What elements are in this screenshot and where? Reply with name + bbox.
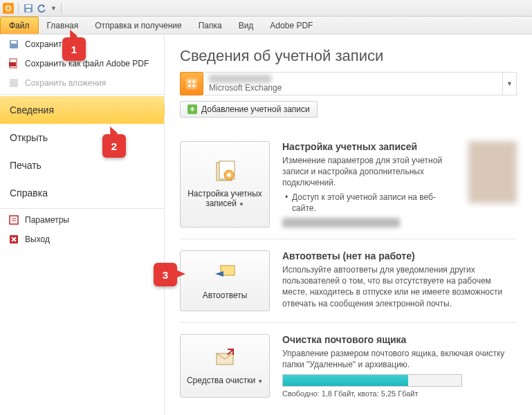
user-avatar: [468, 141, 517, 203]
svg-rect-3: [26, 5, 31, 8]
sidebar-print[interactable]: Печать: [0, 151, 164, 179]
svg-rect-10: [10, 216, 18, 224]
svg-point-15: [188, 80, 191, 83]
svg-rect-4: [26, 9, 30, 12]
tab-folder[interactable]: Папка: [190, 17, 230, 34]
sidebar-exit[interactable]: Выход: [0, 230, 164, 249]
account-dropdown-icon[interactable]: ▼: [503, 72, 517, 95]
account-settings-button[interactable]: Настройка учетных записей▼: [180, 141, 270, 228]
sidebar-item-label: Сохранить вложения: [25, 78, 106, 88]
section-text: Автоответы (нет на работе) Используйте а…: [282, 250, 517, 311]
section-auto-replies: Автоответы Автоответы (нет на работе) Ис…: [180, 239, 517, 323]
separator: [61, 3, 62, 14]
sidebar-info[interactable]: Сведения: [0, 96, 164, 124]
section-text: Очистка почтового ящика Управление разме…: [282, 334, 517, 398]
add-account-button[interactable]: + Добавление учетной записи: [180, 101, 318, 118]
section-account-settings: Настройка учетных записей▼ Настройка уче…: [180, 130, 517, 239]
sidebar-item-label: Параметры: [25, 215, 69, 225]
section-description: Управление размером почтового ящика, вкл…: [282, 348, 517, 370]
separator: [18, 3, 19, 14]
cleanup-icon: [212, 347, 237, 371]
svg-rect-14: [186, 78, 197, 89]
svg-rect-6: [11, 41, 17, 44]
account-settings-icon: [212, 160, 237, 185]
svg-text:O: O: [6, 4, 12, 12]
sidebar-item-label: Выход: [25, 234, 50, 244]
section-heading: Очистка почтового ящика: [282, 334, 517, 345]
svg-rect-9: [10, 79, 18, 87]
backstage-sidebar: Сохранить Сохранить как файл Adobe PDF С…: [0, 35, 165, 415]
ribbon-tabs: Файл Главная Отправка и получение Папка …: [0, 17, 532, 35]
save-icon: [8, 39, 19, 50]
quota-text: Свободно: 1,8 Гбайт, квота: 5,25 Гбайт: [282, 389, 517, 398]
tab-file[interactable]: Файл: [0, 17, 39, 34]
pdf-icon: [8, 58, 19, 69]
account-type: Microsoft Exchange: [209, 83, 497, 93]
button-label: Добавление учетной записи: [201, 104, 310, 114]
sidebar-item-label: Печать: [10, 160, 42, 171]
save-icon[interactable]: [23, 3, 34, 14]
sidebar-open[interactable]: Открыть: [0, 124, 164, 151]
sidebar-item-label: Сведения: [10, 104, 54, 116]
mailbox-quota-bar: [282, 374, 462, 387]
plus-icon: +: [187, 104, 197, 114]
attachment-icon: [8, 77, 19, 89]
qat-dropdown-icon[interactable]: ▼: [51, 5, 57, 12]
exit-icon: [8, 234, 19, 245]
account-info: Microsoft Exchange: [203, 72, 503, 95]
web-access-link[interactable]: [282, 218, 400, 228]
svg-point-18: [192, 84, 195, 87]
sidebar-item-label: Открыть: [10, 132, 48, 143]
section-heading: Настройка учетных записей: [282, 141, 456, 152]
svg-point-22: [227, 173, 231, 177]
separator: [0, 208, 164, 209]
account-email: [209, 75, 271, 83]
button-label: Средства очистки▼: [187, 376, 263, 385]
sidebar-item-label: Сохранить как файл Adobe PDF: [25, 59, 149, 68]
section-bullet: Доступ к этой учетной записи на веб-сайт…: [282, 192, 456, 214]
tab-view[interactable]: Вид: [230, 17, 262, 34]
cleanup-tools-button[interactable]: Средства очистки▼: [180, 334, 270, 398]
tab-adobe-pdf[interactable]: Adobe PDF: [262, 17, 321, 34]
svg-point-16: [192, 80, 195, 83]
section-heading: Автоответы (нет на работе): [282, 250, 517, 261]
quick-access-toolbar: O ▼: [0, 0, 532, 17]
sidebar-item-label: Справка: [10, 187, 48, 199]
auto-replies-button[interactable]: Автоответы: [180, 250, 270, 311]
sidebar-save-attachments: Сохранить вложения: [0, 73, 164, 93]
section-description: Используйте автоответы для уведомления д…: [282, 264, 517, 309]
account-badge-icon: [180, 72, 203, 95]
undo-icon[interactable]: [37, 3, 48, 14]
section-description: Изменение параметров для этой учетной за…: [282, 155, 456, 189]
annotation-callout-1: 1: [62, 37, 86, 61]
section-cleanup: Средства очистки▼ Очистка почтового ящик…: [180, 323, 517, 409]
separator: [0, 94, 164, 95]
annotation-callout-2: 2: [102, 134, 126, 158]
sidebar-options[interactable]: Параметры: [0, 210, 164, 230]
quota-fill: [283, 375, 408, 386]
app-icon: O: [3, 3, 14, 14]
tab-home[interactable]: Главная: [39, 17, 87, 34]
svg-rect-8: [9, 62, 16, 66]
button-label: Настройка учетных записей▼: [183, 189, 266, 209]
annotation-callout-3: 3: [154, 263, 177, 286]
svg-point-17: [188, 84, 191, 87]
tab-send-receive[interactable]: Отправка и получение: [86, 17, 190, 34]
page-title: Сведения об учетной записи: [180, 47, 517, 65]
section-text: Настройка учетных записей Изменение пара…: [282, 141, 456, 228]
auto-replies-icon: [212, 261, 237, 286]
button-label: Автоответы: [203, 290, 248, 300]
account-selector: Microsoft Exchange ▼: [180, 72, 517, 95]
backstage-content: Сведения об учетной записи Microsoft Exc…: [165, 35, 532, 415]
sidebar-help[interactable]: Справка: [0, 179, 164, 207]
options-icon: [8, 214, 19, 225]
sidebar-item-label: Сохранить: [25, 39, 66, 49]
